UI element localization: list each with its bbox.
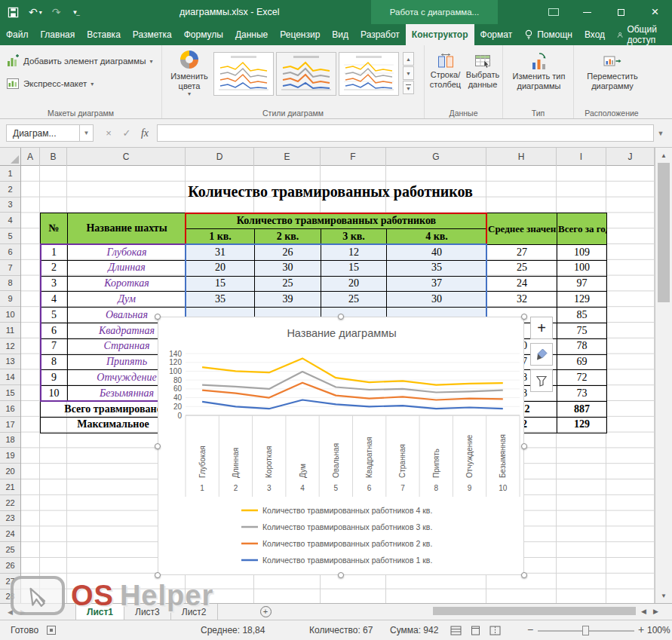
cell-q1[interactable]: 35 (186, 292, 255, 308)
cell-q4[interactable]: 40 (387, 244, 487, 260)
chart-style-thumbnail[interactable] (276, 52, 336, 96)
cell-num[interactable]: 7 (41, 338, 68, 354)
horizontal-scrollbar[interactable]: ◀ ▶ (422, 603, 667, 620)
table-row[interactable]: 2 Длинная 20 30 15 35 25 100 (41, 260, 607, 276)
switch-row-column-button[interactable]: Строка/ столбец (428, 50, 463, 106)
ribbon-tab[interactable]: Разработ (354, 24, 406, 45)
redo-button[interactable]: ↷ (52, 6, 61, 18)
enter-formula-button[interactable]: ✓ (118, 124, 136, 142)
cell-mine-name[interactable]: Короткая (68, 276, 186, 292)
row-header[interactable]: 21 (0, 479, 20, 495)
scroll-down-arrow-icon[interactable]: ▼ (655, 589, 672, 602)
spreadsheet-grid[interactable]: Количество травмированных работников № Н… (21, 166, 655, 603)
change-chart-type-button[interactable]: Изменить тип диаграммы (506, 50, 572, 106)
cell-q2[interactable]: 39 (255, 292, 321, 308)
gallery-scroll-down-button[interactable]: ▼ (403, 66, 414, 80)
row-header[interactable]: 9 (0, 291, 20, 307)
cell-total[interactable]: 97 (557, 276, 607, 292)
column-header[interactable]: G (386, 148, 486, 166)
resize-handle[interactable] (155, 443, 161, 449)
column-header[interactable]: B (40, 148, 67, 166)
resize-handle[interactable] (521, 443, 527, 449)
cell-total[interactable]: 109 (557, 244, 607, 260)
sheet-tab[interactable]: Лист1 (75, 604, 124, 620)
row-header[interactable]: 25 (0, 542, 20, 558)
resize-handle[interactable] (338, 314, 344, 320)
row-header[interactable]: 14 (0, 369, 20, 385)
scroll-up-arrow-icon[interactable]: ▲ (655, 149, 672, 161)
chart-elements-button[interactable]: + (530, 317, 553, 339)
tab-assistant[interactable]: Помощн (518, 24, 578, 45)
ribbon-tab[interactable]: Формулы (178, 24, 229, 45)
zoom-out-button[interactable]: − (527, 623, 533, 635)
cell-avg[interactable]: 25 (487, 260, 557, 276)
zoom-level[interactable]: 100% (647, 625, 670, 635)
row-header[interactable]: 18 (0, 433, 20, 449)
row-header[interactable]: 8 (0, 276, 20, 292)
row-header[interactable]: 28 (0, 589, 20, 603)
cell-total[interactable]: 73 (557, 386, 607, 402)
vertical-scroll-thumb[interactable] (658, 163, 670, 302)
row-header[interactable]: 23 (0, 511, 20, 527)
cell-q4[interactable]: 37 (387, 276, 487, 292)
page-break-view-button[interactable] (487, 623, 502, 637)
cell-q1[interactable]: 31 (186, 244, 255, 260)
cell-q1[interactable]: 15 (186, 276, 255, 292)
sheet-nav-left-icon[interactable]: ◀ (8, 608, 13, 616)
save-button[interactable] (8, 7, 19, 18)
cell-mine-name[interactable]: Дум (68, 292, 186, 308)
horizontal-scroll-thumb[interactable] (433, 607, 636, 615)
table-row[interactable]: 1 Глубокая 31 26 12 40 27 109 (41, 244, 607, 260)
row-header[interactable]: 22 (0, 495, 20, 511)
ribbon-tab[interactable]: Разметка (127, 24, 178, 45)
customize-qat-button[interactable]: ▼̲ (70, 9, 78, 16)
column-header[interactable]: I (557, 148, 606, 166)
undo-button[interactable]: ↶▾ (29, 6, 42, 18)
row-header[interactable]: 10 (0, 307, 20, 323)
ribbon-tab[interactable]: Формат (474, 24, 519, 45)
normal-view-button[interactable] (448, 623, 463, 637)
resize-handle[interactable] (521, 572, 527, 578)
sheet-tab[interactable]: Лист2 (171, 604, 218, 620)
page-layout-view-button[interactable] (468, 623, 483, 637)
chart-filters-button[interactable] (530, 369, 553, 392)
row-header[interactable]: 13 (0, 354, 20, 370)
cell-q2[interactable]: 26 (255, 244, 321, 260)
vertical-scrollbar[interactable]: ▲ ▼ (655, 148, 672, 603)
row-header[interactable]: 5 (0, 228, 20, 244)
row-header[interactable]: 1 (0, 166, 20, 182)
scroll-right-arrow-icon[interactable]: ▶ (653, 608, 658, 615)
column-header[interactable]: A (21, 148, 40, 166)
cell-mine-name[interactable]: Глубокая (68, 244, 186, 260)
header-cell-quarters[interactable]: Количество травмированных работников (186, 213, 487, 229)
column-header[interactable]: F (321, 148, 386, 166)
cell-q3[interactable]: 12 (321, 244, 387, 260)
display-settings-button[interactable] (536, 0, 570, 24)
cancel-formula-button[interactable]: × (100, 124, 118, 142)
column-header[interactable]: E (254, 148, 321, 166)
name-box-dropdown[interactable]: ▼ (80, 124, 94, 142)
table-row[interactable]: 3 Короткая 15 25 20 37 24 97 (41, 276, 607, 292)
row-header[interactable]: 6 (0, 244, 20, 260)
quick-layout-button[interactable]: Экспресс-макет▾ (3, 75, 160, 92)
gallery-scroll-up-button[interactable]: ▲ (403, 52, 414, 66)
row-header[interactable]: 3 (0, 198, 20, 213)
cell-mine-name[interactable]: Длинная (68, 260, 186, 276)
cell-num[interactable]: 4 (41, 292, 68, 308)
scroll-left-arrow-icon[interactable]: ◀ (641, 608, 646, 615)
ribbon-tab[interactable]: Файл (0, 24, 35, 45)
name-box[interactable]: Диаграм... (6, 124, 80, 142)
row-header[interactable]: 11 (0, 323, 20, 338)
cell-num[interactable]: 1 (41, 244, 68, 260)
cell-num[interactable]: 10 (41, 386, 68, 402)
header-cell-num[interactable]: № (41, 213, 68, 245)
header-cell-name[interactable]: Название шахты (68, 213, 186, 245)
cell-q3[interactable]: 25 (321, 292, 387, 308)
sheet-tab[interactable]: Лист3 (124, 604, 171, 620)
column-header[interactable]: D (186, 148, 254, 166)
header-cell-avg[interactable]: Среднее значение за (487, 213, 557, 245)
row-header[interactable]: 7 (0, 260, 20, 276)
cell-total[interactable]: 100 (557, 260, 607, 276)
change-colors-button[interactable]: Изменить цвета▾ (165, 48, 213, 106)
column-header[interactable]: C (67, 148, 186, 166)
